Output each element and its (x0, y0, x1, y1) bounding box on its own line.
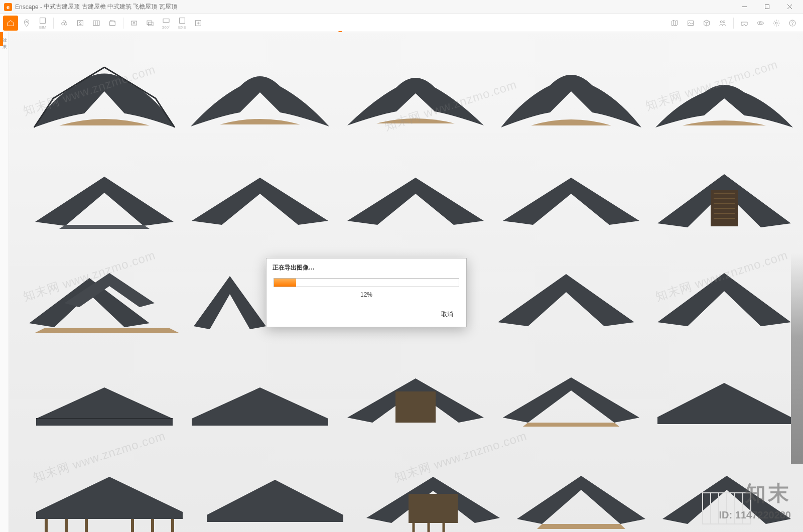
roof-model (185, 52, 335, 138)
side-label: 效果 (1, 37, 8, 50)
binoculars-icon (60, 19, 69, 28)
pin-icon (22, 19, 31, 28)
library-icon (92, 19, 101, 28)
app-icon: e (4, 3, 12, 11)
roof-model (496, 52, 646, 138)
svg-rect-17 (149, 22, 153, 26)
roof-model (496, 358, 646, 434)
svg-point-26 (759, 22, 761, 24)
svg-point-24 (720, 21, 722, 23)
toolbar-separator (733, 18, 734, 29)
toolbar-home-button[interactable] (3, 16, 18, 31)
svg-rect-1 (765, 5, 769, 9)
title-sep: - (39, 4, 44, 11)
person-frame-icon (76, 19, 85, 28)
roof-model (24, 258, 185, 338)
toolbar-export-more-button[interactable] (191, 16, 206, 31)
export-exe-icon (178, 16, 187, 25)
roof-model (511, 459, 651, 532)
toolbar-screenshot-button[interactable] (126, 16, 142, 31)
home-icon (6, 19, 15, 28)
svg-point-27 (775, 22, 777, 24)
toolbar: BIM 360° EXE (0, 14, 803, 32)
dialog-title: 正在导出图像… (266, 258, 466, 276)
window-maximize-button[interactable] (756, 0, 778, 14)
roof-model (190, 263, 270, 338)
roof-model (340, 163, 491, 233)
brand-id: ID: 1147220280 (719, 509, 791, 521)
svg-point-15 (133, 22, 135, 24)
toolbar-vr-two-button[interactable] (715, 16, 730, 31)
svg-point-4 (26, 21, 27, 23)
cancel-button[interactable]: 取消 (435, 309, 459, 320)
toolbar-visibility-button[interactable] (753, 16, 768, 31)
roof-model (29, 52, 180, 138)
toolbar-views-button[interactable] (57, 16, 72, 31)
help-icon (788, 19, 797, 28)
batch-screenshot-icon (146, 19, 155, 28)
toolbar-help-button[interactable] (785, 16, 800, 31)
toolbar-vr-headset-button[interactable] (737, 16, 752, 31)
roof-model (340, 358, 491, 434)
toolbar-map-button[interactable] (667, 16, 682, 31)
roof-model (491, 258, 641, 338)
side-panel-collapsed[interactable]: 效果 (0, 32, 9, 532)
window-minimize-button[interactable] (733, 0, 756, 14)
titlebar: e Enscape - 中式古建屋顶 古建屋檐 中式建筑 飞檐屋顶 瓦屋顶 (0, 0, 803, 14)
export-more-icon (194, 19, 203, 28)
svg-rect-14 (131, 21, 137, 25)
toolbar-pano-button[interactable]: 360° (159, 16, 174, 31)
roof-model (29, 163, 180, 233)
svg-rect-19 (180, 18, 185, 24)
toolbar-gallery-button[interactable] (683, 16, 698, 31)
toolbar-asset-person-button[interactable] (73, 16, 88, 31)
progress-bar (274, 278, 459, 287)
roof-model (185, 363, 335, 434)
window-close-button[interactable] (778, 0, 801, 14)
render-dark-edge (791, 253, 803, 464)
brand-watermark: 知末 ID: 1147220280 (719, 479, 791, 521)
roof-model (360, 459, 506, 532)
toolbar-export-exe-button[interactable]: EXE (175, 16, 190, 31)
roof-model (185, 163, 335, 233)
toolbar-video-button[interactable] (105, 16, 120, 31)
svg-rect-10 (93, 21, 99, 25)
roof-model (496, 163, 646, 233)
gear-icon (772, 19, 781, 28)
toolbar-bim-button[interactable]: BIM (35, 16, 50, 31)
toolbar-batch-screenshot-button[interactable] (143, 16, 158, 31)
roof-model (200, 459, 350, 532)
export-dialog: 正在导出图像… 12% 取消 (266, 258, 467, 327)
roof-model (651, 361, 797, 434)
toolbar-settings-button[interactable] (769, 16, 784, 31)
pano-icon (162, 16, 171, 25)
toolbar-location-button[interactable] (19, 16, 34, 31)
svg-point-25 (723, 21, 725, 23)
people-icon (718, 19, 727, 28)
clapper-icon (108, 19, 117, 28)
roof-model (651, 258, 797, 338)
toolbar-separator (123, 18, 123, 29)
roof-model (651, 160, 797, 235)
progress-fill (274, 279, 296, 287)
svg-point-6 (62, 22, 64, 25)
toolbar-asset-library-button[interactable] (89, 16, 104, 31)
svg-point-7 (64, 22, 67, 25)
viewport[interactable]: 效果 (0, 32, 803, 532)
toolbar-separator (53, 18, 54, 29)
eye-icon (756, 19, 765, 28)
svg-rect-18 (163, 19, 169, 23)
svg-rect-16 (147, 21, 152, 24)
gallery-icon (686, 19, 695, 28)
bim-icon (38, 16, 47, 25)
roof-model (651, 62, 797, 138)
roof-model (340, 52, 491, 138)
svg-rect-5 (40, 18, 46, 24)
toolbar-cube-button[interactable] (699, 16, 714, 31)
roof-model (29, 459, 190, 532)
roof-model (29, 363, 180, 434)
progress-percent: 12% (274, 287, 459, 300)
screenshot-icon (129, 19, 139, 28)
app-name: Enscape (15, 4, 39, 11)
document-title: 中式古建屋顶 古建屋檐 中式建筑 飞檐屋顶 瓦屋顶 (44, 3, 177, 11)
